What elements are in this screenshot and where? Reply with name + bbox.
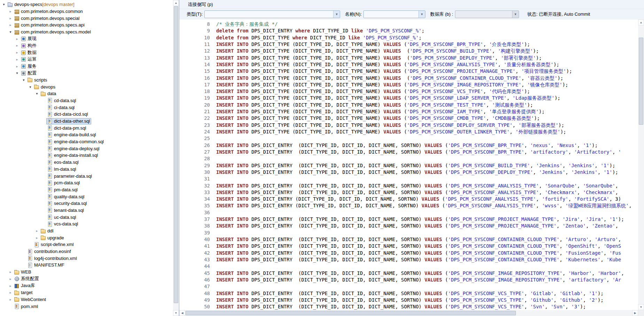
tree-item-dict-data-other.sql[interactable]: dict-data-other.sql (0, 118, 173, 125)
tree-item-ddl[interactable]: ▸ddl (0, 228, 173, 234)
tree-item-cd-data.sql[interactable]: cd-data.sql (0, 97, 173, 104)
tree-item-security-data.sql[interactable]: security-data.sql (0, 200, 173, 207)
tree-item-label: 配置 (28, 70, 37, 76)
sql-code-editor[interactable]: 8/* 业务字典：服务集成 */9delete from DPS_DICT_EN… (179, 20, 638, 310)
tree-collapse-icon[interactable]: ▾ (1, 2, 7, 6)
tree-expand-icon[interactable]: ▸ (8, 9, 13, 13)
tree-collapse-icon[interactable]: ▾ (21, 78, 26, 82)
name-combo[interactable]: ▼ (363, 10, 425, 18)
tree-item-label: tenant-data.sql (54, 208, 84, 213)
scroll-left-icon[interactable]: ◀ (179, 310, 185, 316)
tree-item-lm-data.sql[interactable]: lm-data.sql (0, 166, 173, 173)
tree-item--[interactable]: ▸数据 (0, 49, 173, 56)
tree-item-parameter-data.sql[interactable]: parameter-data.sql (0, 172, 173, 179)
scroll-up-icon[interactable]: ▲ (638, 20, 644, 25)
tree-item--[interactable]: ▸展现 (0, 35, 173, 42)
tree-item-MANIFEST.MF[interactable]: MANIFEST.MF (0, 262, 173, 269)
tree-item-pcm-data.sql[interactable]: pcm-data.sql (0, 179, 173, 186)
tree-item-eos-data.sql[interactable]: eos-data.sql (0, 159, 173, 166)
tree-item-scripts[interactable]: ▾scripts (0, 77, 173, 84)
tree-item-tenant-data.sql[interactable]: tenant-data.sql (0, 207, 173, 214)
line-number: 49 (179, 297, 210, 303)
tree-collapse-icon[interactable]: ▾ (34, 92, 40, 95)
scroll-down-icon[interactable]: ▼ (173, 310, 179, 316)
tree-expand-icon[interactable]: ▸ (14, 64, 20, 68)
editor-vertical-scrollbar[interactable]: ▲ ▼ (638, 20, 644, 310)
type-combo[interactable]: ▼ (204, 10, 340, 18)
tree-item-quality-data.sql[interactable]: quality-data.sql (0, 193, 173, 200)
tree-expand-icon[interactable]: ▸ (8, 291, 13, 294)
tree-expand-icon[interactable]: ▸ (8, 284, 13, 288)
tree-item-ci-data.sql[interactable]: ci-data.sql (0, 104, 173, 111)
tree-item-devops[interactable]: ▾devops (0, 83, 173, 90)
scroll-right-icon[interactable]: ▶ (632, 310, 638, 316)
tree-collapse-icon[interactable]: ▾ (8, 30, 13, 34)
line-number: 11 (179, 41, 210, 48)
tree-collapse-icon[interactable]: ▾ (28, 85, 33, 89)
tree-item-engine-data-deploy.sql[interactable]: engine-data-deploy.sql (0, 145, 173, 152)
mf-icon (27, 262, 33, 268)
tree-item-log4j-contribution.xml[interactable]: log4j-contribution.xml (0, 255, 173, 262)
tree-expand-icon[interactable]: ▸ (8, 16, 13, 20)
tree-item-pom.xml[interactable]: pom.xml (0, 303, 173, 310)
tree-expand-icon[interactable]: ▸ (14, 37, 20, 41)
tree-expand-icon[interactable]: ▸ (34, 236, 40, 240)
tree-item-com.primeton.devops.specs.model[interactable]: ▾com.primeton.devops.specs.model (0, 29, 173, 36)
tree-item-com.primeton.devops.special[interactable]: ▸com.primeton.devops.special (0, 15, 173, 22)
tree-expand-icon[interactable]: ▸ (14, 44, 20, 47)
tree-item-WEB[interactable]: ▸WEB (0, 269, 173, 276)
line-number: 28 (179, 155, 210, 162)
line-content: INSERT INTO DPS_DICT_TYPE (DICT_TYPE_ID,… (210, 122, 564, 128)
tree-item-contribution.eosinf[interactable]: contribution.eosinf (0, 248, 173, 255)
editor-vscrollbar-thumb[interactable] (639, 38, 643, 125)
tree-item--[interactable]: ▸系统配置 (0, 276, 173, 283)
tree-expand-icon[interactable]: ▸ (14, 57, 20, 61)
project-tree[interactable]: ▾devops-specs [devops master]▸com.primet… (0, 0, 173, 316)
tree-item-uc-data.sql[interactable]: uc-data.sql (0, 214, 173, 221)
code-line-12: 12INSERT INTO DPS_DICT_TYPE (DICT_TYPE_I… (179, 48, 638, 54)
scroll-up-icon[interactable]: ▲ (173, 0, 179, 6)
tree-scrollbar-thumb[interactable] (174, 6, 178, 303)
tree-expand-icon[interactable]: ▸ (8, 270, 13, 274)
tree-item-Java-[interactable]: ▸Java库 (0, 282, 173, 289)
tree-expand-icon[interactable]: ▸ (8, 23, 13, 27)
tree-expand-icon[interactable]: ▸ (34, 229, 40, 233)
tree-item-pm-data.sql[interactable]: pm-data.sql (0, 186, 173, 193)
line-number: 50 (179, 303, 210, 310)
tree-expand-icon[interactable]: ▸ (8, 277, 13, 281)
tree-item--[interactable]: ▸构件 (0, 42, 173, 49)
tree-item--[interactable]: ▸服务 (0, 63, 173, 70)
editor-horizontal-scrollbar[interactable]: ◀ ▶ (179, 310, 638, 316)
tree-item-com.primeton.devops.common[interactable]: ▸com.primeton.devops.common (0, 8, 173, 15)
tree-item-dict-data-pm.sql[interactable]: dict-data-pm.sql (0, 124, 173, 131)
tree-item-script-define.xml[interactable]: script-define.xml (0, 241, 173, 248)
tree-expand-icon[interactable]: ▸ (8, 298, 13, 301)
tree-item-dict-data-cicd.sql[interactable]: dict-data-cicd.sql (0, 111, 173, 118)
tree-item-engine-data-install.sql[interactable]: engine-data-install.sql (0, 152, 173, 159)
code-line-28: 28 (179, 155, 638, 162)
tree-item-target[interactable]: ▸target (0, 289, 173, 296)
tree-item-content: cd-data.sql (46, 97, 78, 103)
tree-item-vcs-data.sql[interactable]: vcs-data.sql (0, 221, 173, 228)
tree-expand-icon[interactable]: ▸ (14, 51, 20, 54)
editor-hscrollbar-thumb[interactable] (186, 311, 516, 315)
tree-item--[interactable]: ▾配置 (0, 70, 173, 77)
status-value: 已断开连接, Auto Commit (539, 11, 590, 17)
tree-item-devops-specs[interactable]: ▾devops-specs [devops master] (0, 1, 173, 8)
tree-item-engine-data-build.sql[interactable]: engine-data-build.sql (0, 131, 173, 138)
tree-item-upgrade[interactable]: ▸upgrade (0, 234, 173, 241)
code-line-19: 19INSERT INTO DPS_DICT_TYPE (DICT_TYPE_I… (179, 95, 638, 101)
tree-item-content: script-define.xml (33, 241, 75, 248)
folder-icon (14, 296, 19, 302)
tree-scrollbar[interactable]: ▲ ▼ (173, 0, 179, 316)
scroll-down-icon[interactable]: ▼ (638, 304, 644, 310)
code-line-11: 11INSERT INTO DPS_DICT_TYPE (DICT_TYPE_I… (179, 41, 638, 48)
tree-item-com.primeton.devops.specs.api[interactable]: ▸com.primeton.devops.specs.api (0, 22, 173, 29)
tree-item-data[interactable]: ▾data (0, 90, 173, 97)
database-combo[interactable]: ▼ (455, 10, 519, 18)
scrollbar-corner (638, 310, 644, 316)
tree-collapse-icon[interactable]: ▾ (14, 71, 20, 75)
tree-item-WebContent[interactable]: ▸WebContent (0, 296, 173, 303)
tree-item-engine-data-common.sql[interactable]: engine-data-common.sql (0, 138, 173, 145)
tree-item--[interactable]: ▸运算 (0, 56, 173, 63)
